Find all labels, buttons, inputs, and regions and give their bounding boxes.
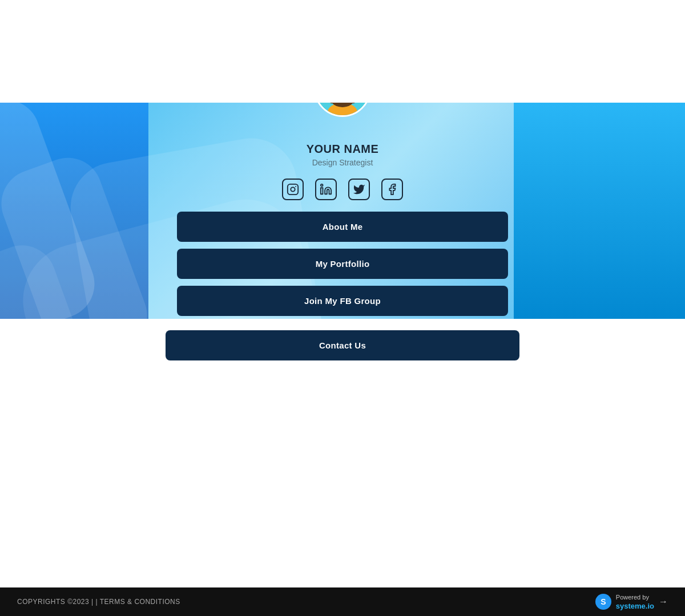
- brand-name: systeme.io: [616, 602, 654, 610]
- social-links: [282, 179, 403, 200]
- systeme-logo: S: [595, 594, 611, 610]
- portfolio-button[interactable]: My Portfollio: [177, 249, 508, 279]
- svg-point-18: [321, 184, 323, 187]
- svg-rect-17: [321, 188, 323, 194]
- profile-name: YOUR NAME: [307, 143, 379, 156]
- profile-info: YOUR NAME Design Strategist: [307, 143, 379, 167]
- twitter-icon[interactable]: [348, 179, 370, 200]
- contact-section: Contact Us: [0, 319, 685, 372]
- contact-us-button[interactable]: Contact Us: [166, 330, 519, 360]
- avatar: [314, 103, 371, 117]
- about-me-button[interactable]: About Me: [177, 212, 508, 242]
- svg-point-15: [291, 187, 295, 191]
- fb-group-button[interactable]: Join My FB Group: [177, 286, 508, 316]
- instagram-icon[interactable]: [282, 179, 304, 200]
- arrow-icon: →: [659, 597, 668, 607]
- bottom-white: [0, 372, 685, 588]
- facebook-icon[interactable]: [381, 179, 403, 200]
- top-section: [0, 0, 685, 103]
- side-panel-right: [514, 103, 685, 319]
- svg-rect-14: [288, 184, 298, 194]
- powered-by-text: Powered by systeme.io: [616, 593, 654, 610]
- powered-label: Powered by: [616, 593, 654, 601]
- footer-copyright: COPYRIGHTS ©2023 | | TERMS & CONDITIONS: [17, 598, 180, 606]
- footer-powered: S Powered by systeme.io →: [595, 593, 668, 610]
- center-column: YOUR NAME Design Strategist: [166, 103, 519, 319]
- svg-point-16: [295, 186, 296, 187]
- footer: COPYRIGHTS ©2023 | | TERMS & CONDITIONS …: [0, 587, 685, 616]
- profile-subtitle: Design Strategist: [307, 158, 379, 167]
- page-wrapper: YOUR NAME Design Strategist: [0, 0, 685, 616]
- main-content: YOUR NAME Design Strategist: [0, 103, 685, 319]
- linkedin-icon[interactable]: [315, 179, 337, 200]
